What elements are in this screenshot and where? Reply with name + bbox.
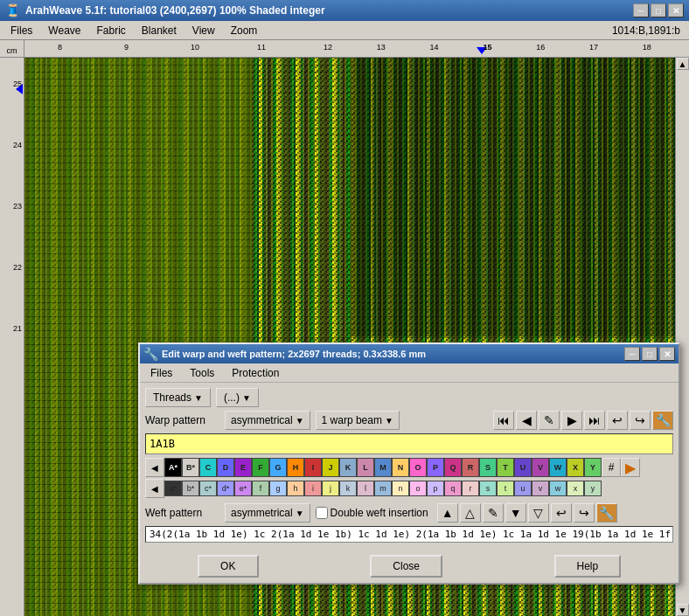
lower-color-a[interactable]: a*: [164, 481, 182, 496]
lower-color-m[interactable]: m: [374, 481, 392, 496]
lower-color-r[interactable]: r: [462, 481, 479, 496]
lower-color-s[interactable]: s: [479, 481, 497, 496]
nav-first-button[interactable]: ⏮: [493, 411, 514, 430]
dialog-menu-tools[interactable]: Tools: [183, 365, 221, 381]
lower-color-y[interactable]: y: [584, 481, 602, 496]
upper-color-W[interactable]: W: [549, 458, 567, 477]
threads-dropdown-button[interactable]: Threads ▼: [145, 388, 211, 407]
menu-fabric[interactable]: Fabric: [89, 23, 132, 38]
double-weft-checkbox[interactable]: [316, 507, 328, 519]
weft-nav-redo-button[interactable]: ↪: [574, 503, 595, 523]
upper-color-S[interactable]: S: [479, 458, 497, 477]
lower-color-l[interactable]: l: [357, 481, 374, 496]
upper-color-F[interactable]: F: [252, 458, 269, 477]
lower-palette-left-arrow[interactable]: ◀: [145, 479, 164, 498]
hash-button[interactable]: #: [602, 458, 621, 477]
lower-color-i[interactable]: i: [304, 481, 322, 496]
upper-color-Y[interactable]: Y: [584, 458, 602, 477]
weft-nav-edit-button[interactable]: ✎: [483, 503, 504, 523]
upper-color-H[interactable]: H: [287, 458, 304, 477]
weft-nav-down-button[interactable]: ▼: [505, 503, 526, 523]
nav-prev-button[interactable]: ◀: [516, 411, 537, 430]
upper-color-K[interactable]: K: [339, 458, 357, 477]
ruler-tick-8: 8: [58, 43, 62, 52]
weft-nav-wrench-button[interactable]: 🔧: [596, 503, 617, 523]
warp-pattern-input[interactable]: [145, 433, 673, 454]
upper-color-D[interactable]: D: [217, 458, 234, 477]
dialog-close-button[interactable]: ✕: [659, 347, 675, 361]
nav-wrench-button[interactable]: 🔧: [652, 411, 673, 430]
lower-color-c[interactable]: c*: [199, 481, 217, 496]
palette-right-arrow[interactable]: ▶: [621, 458, 640, 477]
upper-color-L[interactable]: L: [357, 458, 374, 477]
warp-pattern-dropdown[interactable]: asymmetrical ▼: [225, 411, 310, 430]
help-button[interactable]: Help: [554, 555, 622, 578]
dialog-maximize-button[interactable]: □: [642, 347, 658, 361]
lower-color-t[interactable]: t: [497, 481, 514, 496]
menu-zoom[interactable]: Zoom: [224, 23, 265, 38]
upper-color-G[interactable]: G: [269, 458, 287, 477]
weft-pattern-dropdown[interactable]: asymmetrical ▼: [225, 503, 310, 523]
upper-color-M[interactable]: M: [374, 458, 392, 477]
beam-dropdown[interactable]: 1 warp beam ▼: [316, 411, 400, 430]
lower-color-n[interactable]: n: [392, 481, 409, 496]
nav-edit-button[interactable]: ✎: [539, 411, 560, 430]
maximize-button[interactable]: □: [651, 3, 666, 17]
upper-color-Q[interactable]: Q: [444, 458, 462, 477]
ok-button[interactable]: OK: [198, 555, 259, 578]
lower-color-d[interactable]: d*: [217, 481, 234, 496]
menu-weave[interactable]: Weave: [41, 23, 87, 38]
lower-color-q[interactable]: q: [444, 481, 462, 496]
scroll-down-button[interactable]: ▼: [677, 604, 689, 616]
menu-view[interactable]: View: [185, 23, 222, 38]
dialog-minimize-button[interactable]: ─: [624, 347, 640, 361]
lower-color-u[interactable]: u: [514, 481, 532, 496]
upper-color-R[interactable]: R: [462, 458, 479, 477]
close-dialog-button[interactable]: Close: [370, 555, 442, 578]
menu-files[interactable]: Files: [3, 23, 39, 38]
weft-nav-up2-button[interactable]: △: [460, 503, 481, 523]
ruler-tick-18: 18: [643, 43, 651, 52]
weft-nav-down2-button[interactable]: ▽: [528, 503, 549, 523]
nav-last-button[interactable]: ⏭: [584, 411, 605, 430]
lower-color-f[interactable]: f: [252, 481, 269, 496]
upper-color-T[interactable]: T: [497, 458, 514, 477]
lower-color-k[interactable]: k: [339, 481, 357, 496]
lower-color-v[interactable]: v: [532, 481, 549, 496]
weft-nav-undo-button[interactable]: ↩: [551, 503, 572, 523]
upper-color-C[interactable]: C: [199, 458, 217, 477]
minimize-button[interactable]: ─: [633, 3, 649, 17]
upper-color-X[interactable]: X: [567, 458, 584, 477]
lower-color-j[interactable]: j: [322, 481, 339, 496]
nav-redo-button[interactable]: ↪: [630, 411, 651, 430]
lower-color-p[interactable]: p: [427, 481, 444, 496]
upper-color-N[interactable]: N: [392, 458, 409, 477]
upper-color-E[interactable]: E: [234, 458, 252, 477]
dialog-menu-protection[interactable]: Protection: [225, 365, 286, 381]
upper-color-V[interactable]: V: [532, 458, 549, 477]
dialog-menu-files[interactable]: Files: [143, 365, 179, 381]
upper-color-A[interactable]: A*: [164, 458, 182, 477]
lower-color-e[interactable]: e*: [234, 481, 252, 496]
lower-color-h[interactable]: h: [287, 481, 304, 496]
ellipsis-dropdown-button[interactable]: (...) ▼: [216, 388, 259, 407]
lower-color-g[interactable]: g: [269, 481, 287, 496]
upper-color-U[interactable]: U: [514, 458, 532, 477]
lower-color-x[interactable]: x: [567, 481, 584, 496]
upper-color-I[interactable]: I: [304, 458, 322, 477]
scroll-up-button[interactable]: ▲: [677, 58, 689, 70]
upper-color-J[interactable]: J: [322, 458, 339, 477]
close-button[interactable]: ✕: [668, 3, 684, 17]
lower-color-b[interactable]: b*: [182, 481, 199, 496]
nav-undo-button[interactable]: ↩: [607, 411, 628, 430]
upper-palette-left-arrow[interactable]: ◀: [145, 458, 164, 477]
weft-nav-up-button[interactable]: ▲: [437, 503, 458, 523]
upper-color-P[interactable]: P: [427, 458, 444, 477]
lower-color-o[interactable]: o: [409, 481, 427, 496]
upper-color-cells: A*B*CDEFGHIJKLMNOPQRSTUVWXY: [164, 458, 602, 477]
lower-color-w[interactable]: w: [549, 481, 567, 496]
upper-color-O[interactable]: O: [409, 458, 427, 477]
upper-color-B[interactable]: B*: [182, 458, 199, 477]
menu-blanket[interactable]: Blanket: [135, 23, 184, 38]
nav-next-button[interactable]: ▶: [561, 411, 582, 430]
